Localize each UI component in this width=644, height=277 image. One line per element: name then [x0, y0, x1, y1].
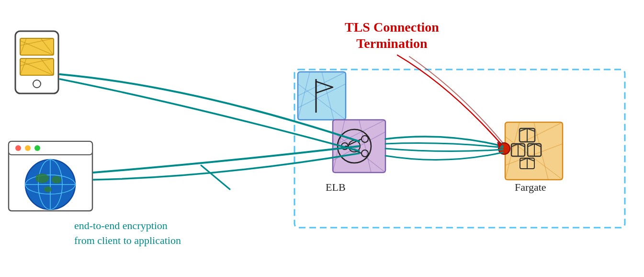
- min-btn: [25, 145, 31, 151]
- arrow-elb-fargate-4: [385, 152, 503, 160]
- arrow-elb-fargate-2: [385, 143, 503, 148]
- diagram-svg: [0, 0, 644, 277]
- svg-point-14: [52, 176, 61, 184]
- svg-point-15: [44, 186, 52, 192]
- diagram-container: TLS Connection Termination ELB Fargate e…: [0, 0, 644, 277]
- arrow-elb-fargate-1: [385, 137, 503, 146]
- arrow-elb-fargate-3: [385, 149, 503, 151]
- tls-termination-arrow: [397, 55, 502, 145]
- encryption-slash: [201, 165, 230, 189]
- arrow-browser-elb-bottom: [93, 153, 359, 180]
- svg-rect-8: [9, 141, 92, 155]
- max-btn: [34, 145, 40, 151]
- home-button: [33, 80, 41, 88]
- close-btn: [15, 145, 21, 151]
- svg-point-13: [35, 173, 49, 183]
